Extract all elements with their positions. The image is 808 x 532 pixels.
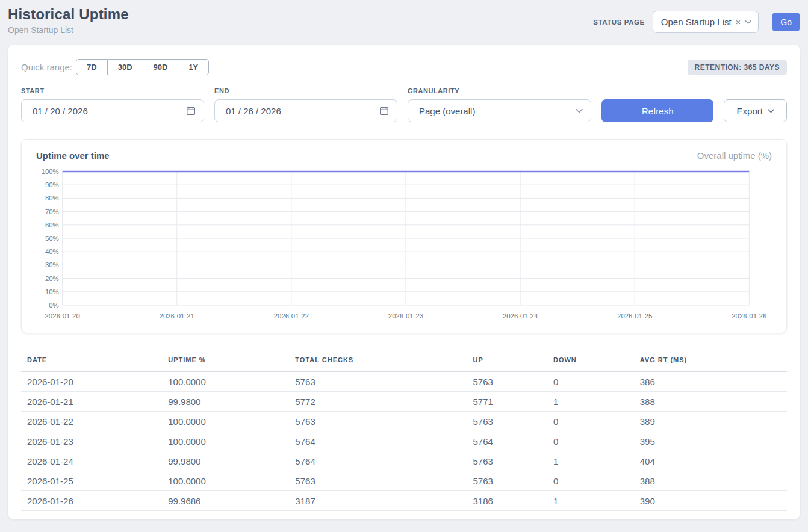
table-cell: 5763 (295, 471, 473, 491)
y-axis-tick-label: 70% (45, 208, 59, 215)
page-subtitle: Open Startup List (8, 25, 129, 35)
x-axis-tick-label: 2026-01-22 (274, 312, 309, 320)
quick-range-group: Quick range: 7D 30D 90D 1Y (21, 59, 209, 75)
chevron-down-icon (576, 108, 583, 113)
x-axis-tick-label: 2026-01-25 (617, 312, 652, 320)
start-date-input[interactable]: 01 / 20 / 2026 (21, 99, 204, 122)
table-cell: 386 (640, 372, 787, 392)
status-page-select[interactable]: Open Startup List × (653, 11, 759, 33)
table-cell: 99.9686 (168, 491, 295, 511)
table-row: 2026-01-23100.0000576457640395 (21, 431, 787, 451)
column-header-date: DATE (21, 350, 168, 372)
table-cell: 5764 (295, 431, 473, 451)
title-block: Historical Uptime Open Startup List (8, 6, 129, 35)
table-cell: 1 (553, 392, 640, 412)
table-cell: 404 (640, 451, 787, 471)
column-header-up: UP (473, 350, 553, 372)
table-cell: 2026-01-22 (21, 412, 168, 431)
end-date-field: END 01 / 26 / 2026 (214, 87, 397, 122)
table-cell: 0 (553, 372, 640, 392)
column-header-uptime: UPTIME % (168, 350, 295, 372)
table-cell: 388 (640, 471, 787, 491)
end-label: END (214, 87, 397, 94)
column-header-down: DOWN (553, 350, 640, 372)
table-cell: 395 (640, 431, 787, 451)
clear-icon[interactable]: × (736, 17, 741, 26)
x-axis-tick-label: 2026-01-26 (732, 312, 766, 320)
quick-range-90d-button[interactable]: 90D (143, 59, 179, 75)
table-cell: 5763 (295, 372, 473, 392)
table-cell: 0 (553, 412, 640, 431)
table-row: 2026-01-2499.9800576457631404 (21, 451, 787, 471)
table-cell: 2026-01-26 (21, 491, 168, 511)
y-axis-tick-label: 100% (42, 168, 59, 175)
table-cell: 1 (553, 491, 640, 511)
table-cell: 2026-01-21 (21, 392, 168, 412)
table-cell: 5763 (295, 412, 473, 431)
table-cell: 389 (640, 412, 787, 431)
table-cell: 5763 (473, 372, 553, 392)
table-cell: 2026-01-20 (21, 372, 168, 392)
granularity-field: GRANULARITY Page (overall) (408, 87, 591, 122)
table-header-row: DATE UPTIME % TOTAL CHECKS UP DOWN AVG R… (21, 350, 787, 372)
table-cell: 2026-01-24 (21, 451, 168, 471)
y-axis-tick-label: 30% (45, 261, 59, 268)
y-axis-tick-label: 80% (45, 194, 59, 202)
x-axis-tick-label: 2026-01-23 (388, 312, 423, 320)
y-axis-tick-label: 20% (45, 275, 59, 282)
chart-title: Uptime over time (36, 150, 110, 161)
page-title: Historical Uptime (8, 6, 129, 23)
y-axis-tick-label: 50% (45, 235, 59, 242)
end-date-input[interactable]: 01 / 26 / 2026 (214, 99, 397, 122)
column-header-avg-rt: AVG RT (MS) (640, 350, 787, 372)
y-axis-tick-label: 60% (45, 221, 59, 229)
y-axis-tick-label: 10% (45, 288, 59, 295)
table-row: 2026-01-2199.9800577257711388 (21, 392, 787, 412)
table-cell: 99.9800 (168, 451, 295, 471)
export-button[interactable]: Export (724, 99, 787, 122)
table-cell: 100.0000 (168, 471, 295, 491)
chevron-down-icon (745, 20, 751, 25)
refresh-button[interactable]: Refresh (601, 99, 713, 122)
column-header-total-checks: TOTAL CHECKS (295, 350, 473, 372)
quick-range-label: Quick range: (21, 62, 72, 72)
start-date-field: START 01 / 20 / 2026 (21, 87, 204, 122)
filter-row: START 01 / 20 / 2026 END 01 / 26 / 2026 (21, 87, 787, 122)
page: Historical Uptime Open Startup List STAT… (0, 0, 808, 529)
table-cell: 390 (640, 491, 787, 511)
export-button-label: Export (737, 106, 763, 116)
table-cell: 5763 (473, 471, 553, 491)
start-label: START (21, 87, 204, 94)
table-cell: 5764 (295, 451, 473, 471)
table-cell: 1 (553, 451, 640, 471)
table-row: 2026-01-20100.0000576357630386 (21, 372, 787, 392)
retention-badge: RETENTION: 365 DAYS (688, 60, 787, 75)
chart-legend: Overall uptime (%) (697, 150, 772, 161)
table-cell: 0 (553, 431, 640, 451)
x-axis-tick-label: 2026-01-24 (503, 312, 538, 320)
table-cell: 100.0000 (168, 372, 295, 392)
granularity-label: GRANULARITY (408, 87, 591, 94)
chart-card: Uptime over time Overall uptime (%) 0%10… (21, 139, 787, 333)
chevron-down-icon (768, 109, 774, 113)
table-cell: 100.0000 (168, 412, 295, 431)
granularity-select[interactable]: Page (overall) (408, 99, 591, 122)
calendar-icon[interactable] (186, 106, 196, 116)
calendar-icon[interactable] (379, 106, 389, 116)
quick-range-1y-button[interactable]: 1Y (178, 59, 209, 75)
uptime-table-section: DATE UPTIME % TOTAL CHECKS UP DOWN AVG R… (21, 350, 787, 511)
table-cell: 5772 (295, 392, 473, 412)
table-cell: 388 (640, 392, 787, 412)
table-row: 2026-01-22100.0000576357630389 (21, 412, 787, 431)
table-cell: 99.9800 (168, 392, 295, 412)
table-cell: 3186 (473, 491, 553, 511)
status-page-controls: STATUS PAGE Open Startup List × Go (593, 11, 800, 33)
quick-range-30d-button[interactable]: 30D (108, 59, 143, 75)
quick-range-7d-button[interactable]: 7D (76, 59, 108, 75)
y-axis-tick-label: 90% (45, 181, 59, 188)
quick-range-row: Quick range: 7D 30D 90D 1Y RETENTION: 36… (21, 59, 787, 75)
y-axis-tick-label: 0% (49, 302, 58, 309)
table-cell: 5763 (473, 412, 553, 431)
uptime-table: DATE UPTIME % TOTAL CHECKS UP DOWN AVG R… (21, 350, 787, 511)
go-button[interactable]: Go (772, 13, 800, 31)
